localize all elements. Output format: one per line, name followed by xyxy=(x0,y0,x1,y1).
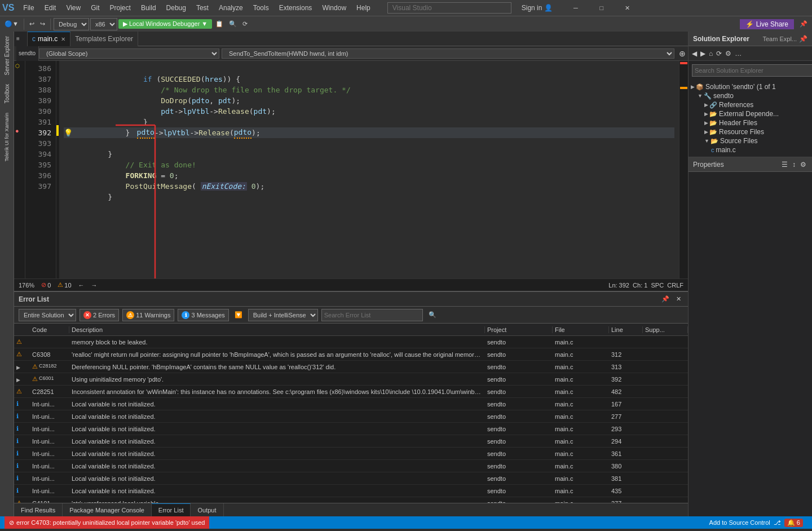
new-project-button[interactable]: 🔵▼ xyxy=(2,19,21,29)
error-row-c4101[interactable]: ⚠ C4101 'str': unreferenced local variab… xyxy=(14,497,688,503)
error-row-info-3[interactable]: ℹ Int-uni... Local variable is not initi… xyxy=(14,423,688,435)
col-expand[interactable]: ▶ xyxy=(14,364,30,370)
scope-right-select[interactable]: SendTo_SendToItem(HWND hwnd, int idm) xyxy=(222,48,674,59)
server-explorer-tab[interactable]: Server Explorer xyxy=(3,32,11,79)
minimize-button[interactable]: ─ xyxy=(563,0,589,16)
zoom-level[interactable]: 176% xyxy=(19,282,34,289)
error-row-info-2[interactable]: ℹ Int-uni... Local variable is not initi… xyxy=(14,410,688,423)
add-source-label[interactable]: Add to Source Control xyxy=(709,519,770,526)
tab-main-c[interactable]: c main.c ✕ xyxy=(28,32,70,46)
menu-tools[interactable]: Tools xyxy=(249,3,273,13)
sol-pin-button[interactable]: 📌 xyxy=(799,35,807,43)
tab-main-c-close[interactable]: ✕ xyxy=(61,36,65,42)
menu-project[interactable]: Project xyxy=(105,3,135,13)
add-scope-button[interactable]: ⊕ xyxy=(679,49,686,58)
tb-action3[interactable]: ⟳ xyxy=(240,19,250,29)
platform-select[interactable]: x86 xyxy=(90,18,117,30)
menu-window[interactable]: Window xyxy=(317,3,351,13)
col-header-description[interactable]: Description xyxy=(69,326,485,333)
errors-button[interactable]: ✕ 2 Errors xyxy=(80,309,119,321)
col-header-line[interactable]: Line xyxy=(609,326,643,333)
tree-item-main-c[interactable]: c main.c xyxy=(689,145,812,154)
sol-more[interactable]: … xyxy=(734,48,743,59)
maximize-button[interactable]: □ xyxy=(589,0,615,16)
col-header-file[interactable]: File xyxy=(553,326,609,333)
error-search-input[interactable] xyxy=(321,309,423,321)
sol-nav-back[interactable]: ◀ xyxy=(691,48,698,59)
tree-item-external-deps[interactable]: ▶ 📂 External Depende... xyxy=(689,109,812,118)
error-row-clipped[interactable]: ⚠ memory block to be leaked. sendto main… xyxy=(14,336,688,348)
team-explorer-tab[interactable]: Team Expl... xyxy=(762,36,797,42)
tree-item-project[interactable]: ▼ 🔧 sendto xyxy=(689,91,812,100)
panel-close-button[interactable]: ✕ xyxy=(674,294,683,304)
menu-view[interactable]: View xyxy=(61,3,85,13)
sol-nav-forward[interactable]: ▶ xyxy=(699,48,707,59)
sol-search-input[interactable] xyxy=(692,64,812,77)
build-filter-select[interactable]: Build + IntelliSense xyxy=(248,309,318,321)
sign-in-button[interactable]: Sign in 👤 xyxy=(517,3,557,13)
error-row-c6308[interactable]: ⚠ C6308 'realloc' might return null poin… xyxy=(14,348,688,361)
error-search-button[interactable]: 🔍 xyxy=(426,310,439,320)
tab-templates-explorer[interactable]: Templates Explorer xyxy=(70,32,138,46)
sol-settings[interactable]: ⚙ xyxy=(724,48,732,59)
menu-debug[interactable]: Debug xyxy=(162,3,191,13)
warnings-button[interactable]: ⚠ 11 Warnings xyxy=(122,309,174,321)
props-sort[interactable]: ↕ xyxy=(791,160,797,170)
redo-button[interactable]: ↪ xyxy=(38,19,47,29)
tree-item-resource-files[interactable]: ▶ 📂 Resource Files xyxy=(689,127,812,136)
tree-item-solution[interactable]: ▶ 📦 Solution 'sendto' (1 of 1 xyxy=(689,82,812,91)
menu-edit[interactable]: Edit xyxy=(40,3,61,13)
error-row-info-5[interactable]: ℹ Int-uni... Local variable is not initi… xyxy=(14,448,688,460)
error-list-tab[interactable]: Error List xyxy=(152,503,191,517)
sol-refresh[interactable]: ⟳ xyxy=(715,48,723,59)
search-input[interactable] xyxy=(387,2,511,14)
tb-action1[interactable]: 📋 xyxy=(213,19,226,29)
panel-pin-button[interactable]: 📌 xyxy=(659,294,672,304)
props-list-view[interactable]: ☰ xyxy=(780,160,789,170)
notification-icon[interactable]: 🔔 6 xyxy=(784,519,803,527)
start-debug-button[interactable]: ▶ Local Windows Debugger ▼ xyxy=(118,19,212,29)
col-header-supp[interactable]: Supp... xyxy=(643,326,688,333)
toolbox-tab[interactable]: Toolbox xyxy=(3,79,11,108)
menu-analyze[interactable]: Analyze xyxy=(214,3,248,13)
tree-item-header-files[interactable]: ▶ 📂 Header Files xyxy=(689,118,812,127)
sol-home[interactable]: ⌂ xyxy=(708,48,714,59)
scope-left-select[interactable]: (Global Scope) xyxy=(39,48,219,59)
menu-test[interactable]: Test xyxy=(192,3,213,13)
close-button[interactable]: ✕ xyxy=(615,0,641,16)
error-row-info-7[interactable]: ℹ Int-uni... Local variable is not initi… xyxy=(14,472,688,485)
messages-button[interactable]: ℹ 3 Messages xyxy=(178,309,228,321)
col-expand[interactable]: ▶ xyxy=(14,376,30,383)
output-tab[interactable]: Output xyxy=(191,503,223,517)
package-manager-tab[interactable]: Package Manager Console xyxy=(63,503,152,517)
error-row-info-1[interactable]: ℹ Int-uni... Local variable is not initi… xyxy=(14,398,688,410)
menu-git[interactable]: Git xyxy=(86,3,104,13)
tree-item-references[interactable]: ▶ 🔗 References xyxy=(689,100,812,109)
error-row-info-4[interactable]: ℹ Int-uni... Local variable is not initi… xyxy=(14,435,688,448)
nav-back[interactable]: ← xyxy=(78,282,85,289)
nav-forward[interactable]: → xyxy=(91,282,98,289)
debug-config-select[interactable]: Debug xyxy=(54,18,89,30)
menu-file[interactable]: File xyxy=(19,3,38,13)
error-filter-select[interactable]: Entire Solution xyxy=(19,309,76,321)
tree-item-source-files[interactable]: ▼ 📂 Source Files xyxy=(689,136,812,145)
error-row-c28251[interactable]: ⚠ C28251 Inconsistent annotation for 'wW… xyxy=(14,386,688,398)
telerik-tab[interactable]: Telerik UI for Xamarin xyxy=(3,108,11,166)
menu-extensions[interactable]: Extensions xyxy=(275,3,317,13)
code-content[interactable]: if (SUCCEEDED(hres)) { /* Now drop the f… xyxy=(59,61,679,278)
live-share-button[interactable]: ⚡ Live Share xyxy=(740,19,794,29)
menu-help[interactable]: Help xyxy=(352,3,375,13)
error-row-c28182[interactable]: ▶ ⚠C28182 Dereferencing NULL pointer. 'h… xyxy=(14,361,688,373)
error-row-c6001[interactable]: ▶ ⚠C6001 Using uninitialized memory 'pdt… xyxy=(14,373,688,386)
menu-build[interactable]: Build xyxy=(136,3,161,13)
props-settings[interactable]: ⚙ xyxy=(799,160,807,170)
tb-action2[interactable]: 🔍 xyxy=(227,19,239,29)
col-header-code[interactable]: Code xyxy=(30,326,69,333)
undo-button[interactable]: ↩ xyxy=(27,19,37,29)
error-row-info-8[interactable]: ℹ Int-uni... Local variable is not initi… xyxy=(14,485,688,497)
pin-button[interactable]: 📌 xyxy=(797,19,810,29)
find-results-tab[interactable]: Find Results xyxy=(14,503,63,517)
filter-icon-button[interactable]: 🔽 xyxy=(232,310,245,320)
col-header-project[interactable]: Project xyxy=(485,326,553,333)
error-row-info-6[interactable]: ℹ Int-uni... Local variable is not initi… xyxy=(14,460,688,472)
